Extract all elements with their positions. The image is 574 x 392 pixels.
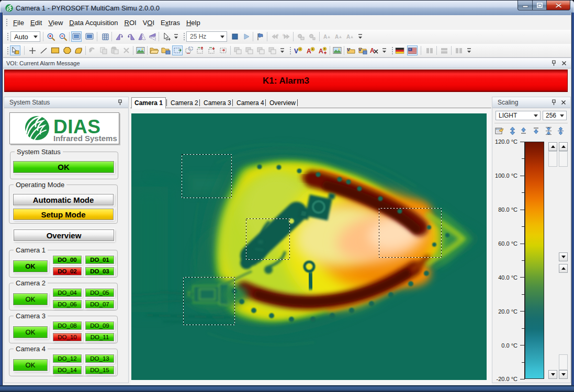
svg-text:A: A [319, 48, 323, 55]
svg-text:V: V [347, 47, 350, 52]
svg-text:0: 0 [277, 33, 279, 37]
svg-text:V: V [294, 48, 298, 55]
svg-text:A: A [370, 47, 375, 54]
svg-text:A: A [307, 48, 311, 55]
svg-text:A: A [323, 34, 327, 40]
svg-text:A: A [335, 34, 339, 40]
svg-text:Infrared Systems: Infrared Systems [53, 134, 117, 143]
svg-text:V: V [358, 47, 362, 52]
svg-text:A: A [346, 34, 350, 40]
